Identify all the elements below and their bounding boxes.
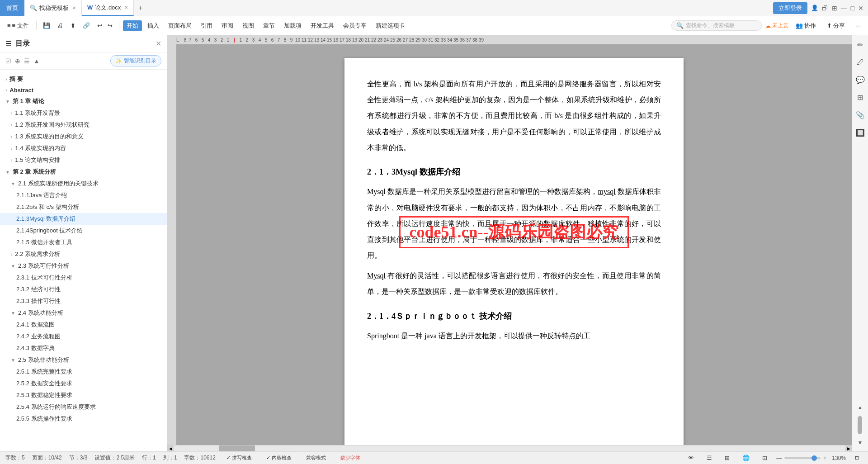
sidebar-item-sec2-1-3[interactable]: 2.1.3Mysql 数据库介绍 — [0, 213, 167, 225]
view-web-btn[interactable]: 🌐 — [739, 453, 753, 463]
sidebar-item-sec2-1-1[interactable]: 2.1.1Java 语言介绍 — [0, 189, 167, 201]
sidebar-item-sec2-1[interactable]: ▼2.1 系统实现所使用的关键技术 — [0, 178, 167, 189]
sidebar-item-ch1[interactable]: ▼第 1 章 绪论 — [0, 95, 167, 107]
sidebar-item-sec1-3[interactable]: ›1.3 系统实现的目的和意义 — [0, 131, 167, 142]
sidebar-item-sec2-4-2[interactable]: 2.4.2 业务流程图 — [0, 331, 167, 342]
menu-chapter[interactable]: 章节 — [259, 20, 278, 31]
missing-font-btn[interactable]: 缺少字体 — [337, 453, 364, 463]
h-scroll-right-btn[interactable]: ▶ — [845, 445, 852, 451]
undo-btn[interactable]: ↩ — [94, 21, 105, 30]
h-scroll-track[interactable] — [174, 445, 845, 451]
sidebar-item-sec2-3[interactable]: ▼2.3 系统可行性分析 — [0, 260, 167, 272]
menu-insert[interactable]: 插入 — [144, 20, 163, 31]
doc-content-wrapper[interactable]: code51.cn--源码乐园盗图必究 全性更高，而 b/s 架构是面向所有用户… — [167, 44, 852, 445]
right-icon-scroll-down[interactable]: ▼ — [856, 438, 865, 448]
sidebar-item-sec2-5-3[interactable]: 2.5.3 数据稳定性要求 — [0, 389, 167, 401]
window-minimize-button[interactable]: — — [841, 5, 847, 12]
share-text-btn[interactable]: ⬆ 分享 — [823, 20, 849, 31]
view-box-btn[interactable]: ⊡ — [759, 453, 771, 463]
sidebar-list-btn[interactable]: ☰ — [24, 57, 30, 65]
tab-zhaokezhuang[interactable]: 🔍 找稳壳模板 ✕ — [24, 0, 82, 16]
sidebar-item-sec2-4-3[interactable]: 2.4.3 数据字典 — [0, 342, 167, 354]
h-scrollbar[interactable]: ◀ ▶ — [167, 445, 852, 451]
sidebar-item-sec2-5-1[interactable]: 2.5.1 系统完整性要求 — [0, 366, 167, 378]
ai-recognize-btn[interactable]: ✨ 智能识别目录 — [110, 55, 161, 66]
doc-para-1[interactable]: 全性更高，而 b/s 架构是面向所有用户开放的，而且采用的是网络服务器留言，所以… — [367, 76, 661, 156]
sidebar-item-sec2-3-2[interactable]: 2.3.2 经济可行性 — [0, 284, 167, 295]
window-tile-icon[interactable]: ⊞ — [832, 5, 837, 12]
sidebar-item-sec2-5-4[interactable]: 2.5.4 系统运行的响应速度要求 — [0, 401, 167, 413]
sidebar-checkbox[interactable]: ☑ — [5, 57, 11, 65]
share-icon-btn[interactable]: 🔗 — [80, 21, 93, 30]
right-icon-comment[interactable]: 💬 — [854, 74, 867, 86]
sidebar-item-sec2-1-4[interactable]: 2.1.4Springboot 技术介绍 — [0, 225, 167, 237]
menu-view[interactable]: 视图 — [239, 20, 258, 31]
sidebar-item-sec1-1[interactable]: ›1.1 系统开发背景 — [0, 107, 167, 119]
view-grid-btn[interactable]: ⊞ — [721, 453, 733, 463]
menu-start[interactable]: 开始 — [123, 20, 142, 31]
h-scroll-left-btn[interactable]: ◀ — [167, 445, 174, 451]
zoom-decrease-btn[interactable]: — — [776, 455, 782, 461]
doc-para-214-1[interactable]: Springboot 是一种 java 语言上的开发框架，可以提供一种反转特点的… — [367, 328, 661, 344]
redo-btn[interactable]: ↪ — [105, 21, 115, 30]
spell-check-btn[interactable]: ✓ 拼写检查 — [223, 453, 255, 463]
tab-document[interactable]: W 论文.docx ✕ — [82, 0, 134, 16]
doc-page[interactable]: code51.cn--源码乐园盗图必究 全性更高，而 b/s 架构是面向所有用户… — [344, 58, 684, 445]
doc-para-213-1[interactable]: Mysql 数据库是一种采用关系型模型进行留言和管理的一种数据库架构，mysql… — [367, 184, 661, 263]
sidebar-close-btn[interactable]: ✕ — [156, 39, 161, 48]
right-icon-brush[interactable]: 🖊 — [855, 57, 866, 68]
view-list-btn[interactable]: ☰ — [703, 453, 716, 463]
menu-layout[interactable]: 页面布局 — [165, 20, 195, 31]
sidebar-item-sec2-4-1[interactable]: 2.4.1 数据流图 — [0, 319, 167, 331]
window-maximize-button[interactable]: □ — [851, 5, 854, 12]
sidebar-item-sec1-4[interactable]: ›1.4 系统实现的内容 — [0, 142, 167, 154]
tab-home[interactable]: 首页 — [0, 0, 24, 16]
sidebar-item-sec2-3-1[interactable]: 2.3.1 技术可行性分析 — [0, 272, 167, 284]
sidebar-item-sec1-2[interactable]: ›1.2 系统开发国内外现状研究 — [0, 119, 167, 131]
right-icon-scroll-up[interactable]: ▲ — [856, 402, 865, 412]
menu-review[interactable]: 审阅 — [218, 20, 237, 31]
menu-newtab[interactable]: 新建选项卡 — [372, 20, 409, 31]
section-213-heading[interactable]: 2．1．3Mysql 数据库介绍 — [367, 165, 661, 179]
sidebar-item-sec2-4[interactable]: ▼2.4 系统功能分析 — [0, 307, 167, 319]
sidebar-item-sec1-5[interactable]: ›1.5 论文结构安排 — [0, 154, 167, 166]
right-icon-scroll-thumb[interactable] — [858, 416, 862, 434]
sidebar-add-btn[interactable]: ⊕ — [15, 57, 20, 65]
menu-vip[interactable]: 会员专享 — [340, 20, 370, 31]
export-icon-btn[interactable]: ⬆ — [68, 21, 78, 30]
window-restore-icon[interactable]: 🗗 — [822, 5, 828, 12]
right-icon-box[interactable]: 🔲 — [854, 127, 867, 139]
slider-track[interactable] — [784, 457, 821, 459]
save-icon-btn[interactable]: 💾 — [40, 21, 53, 30]
sidebar-item-abstract-en[interactable]: ›Abstract — [0, 85, 167, 95]
window-close-button[interactable]: ✕ — [858, 5, 863, 12]
right-icon-link[interactable]: 📎 — [854, 109, 867, 121]
print-icon-btn[interactable]: 🖨 — [55, 21, 66, 30]
sidebar-item-sec2-5-5[interactable]: 2.5.5 系统操作性要求 — [0, 413, 167, 425]
sidebar-item-sec2-3-3[interactable]: 2.3.3 操作可行性 — [0, 295, 167, 307]
sidebar-item-sec2-5-2[interactable]: 2.5.2 数据安全性要求 — [0, 378, 167, 389]
content-check-btn[interactable]: ✓ 内容检查 — [263, 453, 295, 463]
compat-mode-btn[interactable]: 兼容模式 — [302, 453, 330, 463]
right-icon-pen[interactable]: ✏ — [855, 39, 865, 51]
eye-icon-btn[interactable]: 👁 — [684, 453, 698, 463]
sidebar-up-btn[interactable]: ▲ — [33, 57, 40, 65]
more-menu-btn[interactable]: ··· — [852, 21, 864, 30]
tab-close-icon[interactable]: ✕ — [72, 5, 76, 10]
sidebar-item-abstract-cn[interactable]: ›摘 要 — [0, 73, 167, 85]
doc-para-213-2[interactable]: Mysql 有很好的灵活性，可以搭配很多语言进行使用，有很好的安全性，而且使用非… — [367, 268, 661, 299]
sidebar-item-sec2-1-5[interactable]: 2.1.5 微信开发者工具 — [0, 237, 167, 248]
slider-thumb[interactable] — [811, 455, 817, 461]
menu-file[interactable]: ≡ ≡ 文件 — [4, 20, 33, 31]
menu-ref[interactable]: 引用 — [197, 20, 216, 31]
zoom-increase-btn[interactable]: + — [823, 455, 826, 461]
menu-addtool[interactable]: 加载项 — [280, 20, 305, 31]
zoom-percent-btn[interactable]: ⊡ — [851, 454, 863, 462]
sidebar-item-sec2-1-2[interactable]: 2.1.2b/s 和 c/s 架构分析 — [0, 201, 167, 213]
tab-add-button[interactable]: + — [134, 4, 147, 12]
login-button[interactable]: 立即登录 — [773, 2, 807, 14]
tab-document-close-icon[interactable]: ✕ — [124, 5, 128, 10]
zoom-slider[interactable]: — + — [776, 455, 826, 461]
search-box[interactable]: 🔍 查找命令、搜索模板 — [671, 20, 762, 31]
sidebar-item-ch2[interactable]: ▼第 2 章 系统分析 — [0, 166, 167, 178]
